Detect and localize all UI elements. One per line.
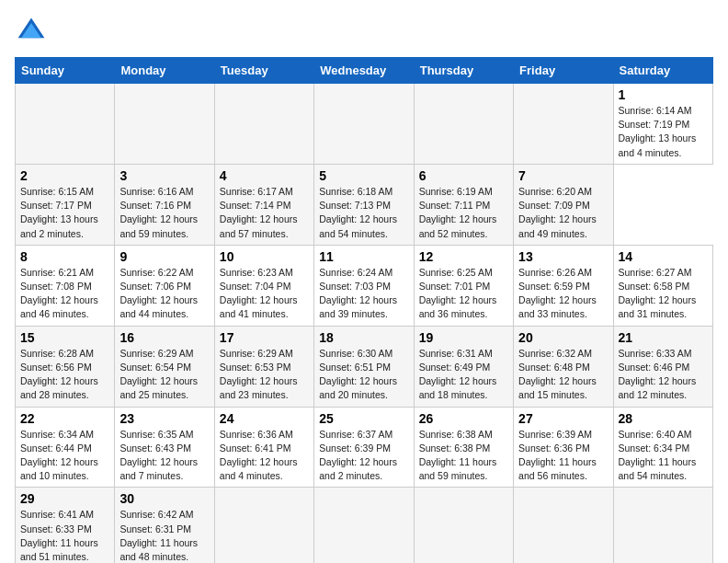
calendar-cell: 18 Sunrise: 6:30 AM Sunset: 6:51 PM Dayl…: [314, 326, 414, 407]
calendar-cell: 28 Sunrise: 6:40 AM Sunset: 6:34 PM Dayl…: [613, 407, 712, 488]
day-number: 13: [518, 249, 608, 264]
day-number: 27: [518, 411, 608, 426]
day-info: Sunrise: 6:22 AM Sunset: 7:06 PM Dayligh…: [119, 266, 209, 322]
day-info: Sunrise: 6:30 AM Sunset: 6:51 PM Dayligh…: [319, 347, 408, 403]
day-number: 10: [220, 249, 309, 264]
day-info: Sunrise: 6:31 AM Sunset: 6:49 PM Dayligh…: [419, 347, 508, 403]
calendar-cell: 15 Sunrise: 6:28 AM Sunset: 6:56 PM Dayl…: [16, 326, 115, 407]
day-number: 26: [419, 411, 508, 426]
calendar-cell: 6 Sunrise: 6:19 AM Sunset: 7:11 PM Dayli…: [414, 164, 513, 245]
day-info: Sunrise: 6:26 AM Sunset: 6:59 PM Dayligh…: [518, 266, 608, 322]
calendar-cell: 27 Sunrise: 6:39 AM Sunset: 6:36 PM Dayl…: [514, 407, 613, 488]
day-info: Sunrise: 6:27 AM Sunset: 6:58 PM Dayligh…: [619, 266, 708, 322]
calendar-cell: [613, 488, 712, 563]
calendar-cell: 7 Sunrise: 6:20 AM Sunset: 7:09 PM Dayli…: [514, 164, 613, 245]
calendar-cell: 10 Sunrise: 6:23 AM Sunset: 7:04 PM Dayl…: [214, 245, 313, 326]
day-info: Sunrise: 6:18 AM Sunset: 7:13 PM Dayligh…: [319, 185, 408, 241]
day-number: 18: [319, 330, 408, 345]
calendar-cell: 2 Sunrise: 6:15 AM Sunset: 7:17 PM Dayli…: [16, 164, 115, 245]
day-number: 5: [319, 168, 408, 183]
day-info: Sunrise: 6:21 AM Sunset: 7:08 PM Dayligh…: [20, 266, 109, 322]
day-info: Sunrise: 6:39 AM Sunset: 6:36 PM Dayligh…: [518, 428, 608, 484]
calendar-cell: [514, 488, 613, 563]
calendar-cell: [115, 84, 214, 165]
day-info: Sunrise: 6:29 AM Sunset: 6:54 PM Dayligh…: [119, 347, 209, 403]
day-number: 9: [119, 249, 209, 264]
calendar-cell: 13 Sunrise: 6:26 AM Sunset: 6:59 PM Dayl…: [514, 245, 613, 326]
day-info: Sunrise: 6:28 AM Sunset: 6:56 PM Dayligh…: [20, 347, 109, 403]
day-info: Sunrise: 6:20 AM Sunset: 7:09 PM Dayligh…: [518, 185, 608, 241]
day-number: 7: [518, 168, 608, 183]
day-header-monday: Monday: [115, 58, 214, 84]
day-number: 25: [319, 411, 408, 426]
day-info: Sunrise: 6:34 AM Sunset: 6:44 PM Dayligh…: [20, 428, 109, 484]
day-number: 4: [220, 168, 309, 183]
calendar-cell: [414, 84, 513, 165]
calendar-cell: 21 Sunrise: 6:33 AM Sunset: 6:46 PM Dayl…: [613, 326, 712, 407]
calendar-cell: 25 Sunrise: 6:37 AM Sunset: 6:39 PM Dayl…: [314, 407, 414, 488]
calendar-cell: 24 Sunrise: 6:36 AM Sunset: 6:41 PM Dayl…: [214, 407, 313, 488]
calendar-cell: 14 Sunrise: 6:27 AM Sunset: 6:58 PM Dayl…: [613, 245, 712, 326]
calendar-cell: [214, 84, 313, 165]
calendar-cell: 12 Sunrise: 6:25 AM Sunset: 7:01 PM Dayl…: [414, 245, 513, 326]
calendar-cell: 20 Sunrise: 6:32 AM Sunset: 6:48 PM Dayl…: [514, 326, 613, 407]
calendar-cell: 3 Sunrise: 6:16 AM Sunset: 7:16 PM Dayli…: [115, 164, 214, 245]
day-number: 20: [518, 330, 608, 345]
day-number: 11: [319, 249, 408, 264]
day-info: Sunrise: 6:24 AM Sunset: 7:03 PM Dayligh…: [319, 266, 408, 322]
calendar-cell: 9 Sunrise: 6:22 AM Sunset: 7:06 PM Dayli…: [115, 245, 214, 326]
day-header-sunday: Sunday: [16, 58, 115, 84]
calendar-cell: [16, 84, 115, 165]
day-header-tuesday: Tuesday: [214, 58, 313, 84]
calendar-cell: [314, 84, 414, 165]
calendar-cell: 19 Sunrise: 6:31 AM Sunset: 6:49 PM Dayl…: [414, 326, 513, 407]
day-info: Sunrise: 6:33 AM Sunset: 6:46 PM Dayligh…: [619, 347, 708, 403]
day-number: 28: [619, 411, 708, 426]
day-info: Sunrise: 6:32 AM Sunset: 6:48 PM Dayligh…: [518, 347, 608, 403]
calendar-cell: 11 Sunrise: 6:24 AM Sunset: 7:03 PM Dayl…: [314, 245, 414, 326]
day-info: Sunrise: 6:29 AM Sunset: 6:53 PM Dayligh…: [220, 347, 309, 403]
day-number: 8: [20, 249, 109, 264]
page-header: [15, 15, 713, 48]
calendar-cell: 1 Sunrise: 6:14 AM Sunset: 7:19 PM Dayli…: [613, 84, 712, 165]
day-number: 29: [20, 491, 109, 506]
day-info: Sunrise: 6:42 AM Sunset: 6:31 PM Dayligh…: [119, 508, 209, 563]
calendar-cell: 29 Sunrise: 6:41 AM Sunset: 6:33 PM Dayl…: [16, 488, 115, 563]
day-number: 6: [419, 168, 508, 183]
day-number: 15: [20, 330, 109, 345]
day-info: Sunrise: 6:15 AM Sunset: 7:17 PM Dayligh…: [20, 185, 109, 241]
day-info: Sunrise: 6:37 AM Sunset: 6:39 PM Dayligh…: [319, 428, 408, 484]
day-number: 12: [419, 249, 508, 264]
day-info: Sunrise: 6:40 AM Sunset: 6:34 PM Dayligh…: [619, 428, 708, 484]
day-info: Sunrise: 6:14 AM Sunset: 7:19 PM Dayligh…: [619, 104, 708, 160]
calendar-cell: 8 Sunrise: 6:21 AM Sunset: 7:08 PM Dayli…: [16, 245, 115, 326]
day-number: 2: [20, 168, 109, 183]
day-number: 3: [119, 168, 209, 183]
calendar-cell: 5 Sunrise: 6:18 AM Sunset: 7:13 PM Dayli…: [314, 164, 414, 245]
day-number: 16: [119, 330, 209, 345]
day-number: 30: [119, 491, 209, 506]
calendar-cell: 4 Sunrise: 6:17 AM Sunset: 7:14 PM Dayli…: [214, 164, 313, 245]
day-info: Sunrise: 6:41 AM Sunset: 6:33 PM Dayligh…: [20, 508, 109, 563]
day-header-friday: Friday: [514, 58, 613, 84]
logo-icon: [15, 15, 48, 48]
calendar-cell: [414, 488, 513, 563]
day-info: Sunrise: 6:16 AM Sunset: 7:16 PM Dayligh…: [119, 185, 209, 241]
day-info: Sunrise: 6:25 AM Sunset: 7:01 PM Dayligh…: [419, 266, 508, 322]
calendar-cell: 26 Sunrise: 6:38 AM Sunset: 6:38 PM Dayl…: [414, 407, 513, 488]
day-number: 22: [20, 411, 109, 426]
day-number: 21: [619, 330, 708, 345]
day-header-saturday: Saturday: [613, 58, 712, 84]
day-number: 1: [619, 87, 708, 102]
logo: [15, 15, 53, 48]
calendar-cell: 22 Sunrise: 6:34 AM Sunset: 6:44 PM Dayl…: [16, 407, 115, 488]
day-number: 19: [419, 330, 508, 345]
day-info: Sunrise: 6:23 AM Sunset: 7:04 PM Dayligh…: [220, 266, 309, 322]
day-header-wednesday: Wednesday: [314, 58, 414, 84]
day-header-thursday: Thursday: [414, 58, 513, 84]
calendar-cell: [214, 488, 313, 563]
day-info: Sunrise: 6:35 AM Sunset: 6:43 PM Dayligh…: [119, 428, 209, 484]
day-number: 23: [119, 411, 209, 426]
day-info: Sunrise: 6:36 AM Sunset: 6:41 PM Dayligh…: [220, 428, 309, 484]
day-number: 17: [220, 330, 309, 345]
